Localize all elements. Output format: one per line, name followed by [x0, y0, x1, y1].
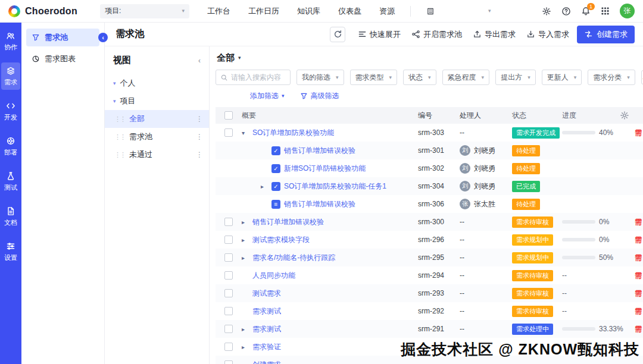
table-row[interactable]: ▾SO订单增加防呆校验功能 srm-303 -- 需求开发完成 40% 需 [216, 124, 643, 142]
project-select[interactable]: 项目: ▾ [100, 4, 189, 18]
table-row[interactable]: 测试需求 srm-293 -- 需求待审核 -- 需 [216, 284, 643, 302]
top-nav-item[interactable]: 工作台 [207, 6, 230, 17]
table-row[interactable]: ▸需求名/功能名-待执行跟踪 srm-295 -- 需求规划中 50% 需 [216, 249, 643, 266]
table-row[interactable]: ▸✓SO订单增加防呆校验功能-任务1 srm-304 刘刘晓勇 已完成 [216, 177, 643, 195]
help-icon[interactable] [561, 7, 571, 16]
requirement-summary-link[interactable]: 测试需求模块字段 [252, 235, 310, 245]
add-filter-button[interactable]: 添加筛选 ▾ [250, 91, 285, 101]
expand-caret-icon[interactable]: ▸ [242, 219, 249, 225]
table-row[interactable]: ✓销售订单增加错误校验 srm-301 刘刘晓勇 待处理 [216, 142, 643, 159]
filter-chip[interactable]: 紧急程度 ▾ [442, 70, 490, 85]
filter-chip[interactable]: 提出方 ▾ [495, 70, 536, 85]
top-nav-item[interactable]: 资源 [379, 6, 395, 17]
quick-expand-button[interactable]: 快速展开 [352, 26, 406, 43]
sidebar-item-pool[interactable]: 需求池 ‹ [26, 29, 99, 46]
view-group[interactable]: ▾ 项目 [105, 92, 209, 110]
advanced-filter-button[interactable]: 高级筛选 [300, 91, 339, 101]
search-box[interactable] [216, 70, 291, 85]
row-checkbox[interactable] [224, 307, 233, 315]
filter-chip[interactable]: 需求分类 ▾ [588, 70, 635, 85]
expand-caret-icon[interactable]: ▸ [242, 362, 249, 364]
search-input[interactable] [231, 73, 282, 81]
requirement-summary-link[interactable]: 销售订单增加错误校验 [252, 217, 324, 227]
table-row[interactable]: ▸需求测试 srm-291 -- 需求处理中 33.33% 需 [216, 320, 643, 338]
requirement-summary-link[interactable]: 销售订单增加错误校验 [284, 199, 355, 209]
top-nav-item[interactable]: 仪表盘 [338, 6, 361, 17]
collapse-views-icon[interactable]: ‹ [198, 57, 201, 65]
more-options-icon[interactable]: ⋮ [196, 133, 203, 141]
settings-gear-icon[interactable] [542, 7, 551, 16]
rail-item-demand[interactable]: 需求 [1, 62, 20, 90]
requirement-summary-link[interactable]: 人员同步功能 [252, 271, 295, 281]
column-header-progress[interactable]: 进度 [562, 111, 614, 121]
drag-handle-icon[interactable]: ⋮⋮ [114, 151, 125, 159]
table-row[interactable]: ▸测试需求模块字段 srm-296 -- 需求规划中 0% 需 [216, 231, 643, 249]
row-checkbox[interactable] [224, 218, 233, 226]
table-row[interactable]: ≡销售订单增加错误校验 srm-306 张张太胜 待处理 [216, 195, 643, 213]
apps-grid-icon[interactable] [601, 7, 610, 15]
requirement-summary-link[interactable]: 销售订单增加错误校验 [284, 146, 355, 156]
filter-chip[interactable]: 状态 ▾ [403, 70, 436, 85]
select-all-checkbox[interactable] [224, 111, 233, 120]
notifications-bell-icon[interactable]: 1 [581, 7, 591, 16]
expand-caret-icon[interactable]: ▸ [242, 344, 249, 350]
sidebar-item-pie[interactable]: 需求图表 [26, 50, 99, 68]
open-pool-button[interactable]: 开启需求池 [406, 26, 467, 43]
requirement-summary-link[interactable]: 测试需求 [252, 288, 281, 299]
create-button[interactable]: 创建需求 [577, 26, 635, 43]
rail-item-deploy[interactable]: 部署 [1, 133, 20, 160]
requirement-summary-link[interactable]: 需求名/功能名-待执行跟踪 [252, 253, 335, 263]
table-row[interactable]: 需求测试 srm-292 -- 需求待审核 -- 需 [216, 302, 643, 320]
requirement-summary-link[interactable]: 需求测试 [252, 324, 281, 334]
export-button[interactable]: 导出需求 [467, 26, 521, 43]
view-group[interactable]: ▾ 个人 [105, 74, 209, 92]
rail-item-test[interactable]: 测试 [1, 168, 20, 195]
rail-item-docfile[interactable]: 文档 [1, 203, 20, 230]
view-item[interactable]: ⋮⋮ 未通过 ⋮ [105, 146, 209, 164]
column-header-summary[interactable]: 概要 [242, 111, 418, 121]
expand-caret-icon[interactable]: ▸ [242, 237, 249, 243]
current-view-header[interactable]: 全部 ▾ [217, 52, 643, 64]
top-nav-item[interactable]: 知识库 [297, 6, 320, 17]
row-checkbox[interactable] [224, 236, 233, 244]
column-settings-gear-icon[interactable] [620, 111, 629, 120]
column-header-status[interactable]: 状态 [512, 111, 562, 121]
filter-chip[interactable]: 我的筛选 ▾ [296, 70, 344, 85]
import-button[interactable]: 导入需求 [521, 26, 575, 43]
rail-item-settings[interactable]: 设置 [1, 238, 20, 265]
requirement-summary-link[interactable]: SO订单增加防呆校验功能-任务1 [284, 181, 386, 192]
requirement-summary-link[interactable]: 新增SO订单防错校验功能 [284, 164, 366, 174]
row-checkbox[interactable] [224, 128, 233, 137]
column-header-code[interactable]: 编号 [418, 111, 460, 121]
table-row[interactable]: ▸销售订单增加错误校验 srm-300 -- 需求待审核 0% 需 [216, 213, 643, 231]
row-checkbox[interactable] [224, 360, 233, 364]
requirement-summary-link[interactable]: 创建需求 [252, 360, 281, 364]
table-row[interactable]: ✓新增SO订单防错校验功能 srm-302 刘刘晓勇 待处理 [216, 159, 643, 177]
org-select[interactable]: ▾ [426, 7, 491, 15]
more-options-icon[interactable]: ⋮ [196, 115, 203, 123]
user-avatar[interactable]: 张 [620, 4, 635, 18]
expand-caret-icon[interactable]: ▸ [261, 183, 268, 190]
filter-chip[interactable]: 需求类型 ▾ [350, 70, 398, 85]
top-nav-item[interactable]: 工作日历 [248, 6, 279, 17]
row-checkbox[interactable] [224, 253, 233, 262]
refresh-button[interactable] [330, 27, 345, 42]
rail-item-dev[interactable]: 开发 [1, 98, 20, 125]
row-checkbox[interactable] [224, 325, 233, 333]
row-checkbox[interactable] [224, 271, 233, 280]
table-row[interactable]: 人员同步功能 srm-294 -- 需求待审核 -- 需 [216, 266, 643, 284]
requirement-summary-link[interactable]: 需求测试 [252, 306, 281, 316]
row-checkbox[interactable] [224, 343, 233, 351]
expand-caret-icon[interactable]: ▾ [242, 130, 249, 136]
expand-caret-icon[interactable]: ▸ [242, 326, 249, 332]
row-checkbox[interactable] [224, 289, 233, 297]
column-header-assignee[interactable]: 处理人 [460, 111, 512, 121]
filter-chip[interactable]: 更新人 ▾ [542, 70, 582, 85]
requirement-summary-link[interactable]: SO订单增加防呆校验功能 [252, 128, 334, 138]
logo[interactable]: Choerodon [8, 5, 77, 17]
expand-caret-icon[interactable]: ▸ [242, 255, 249, 261]
drag-handle-icon[interactable]: ⋮⋮ [114, 133, 125, 141]
rail-item-collab[interactable]: 协作 [1, 27, 20, 55]
drag-handle-icon[interactable]: ⋮⋮ [114, 115, 125, 123]
more-options-icon[interactable]: ⋮ [196, 150, 203, 159]
